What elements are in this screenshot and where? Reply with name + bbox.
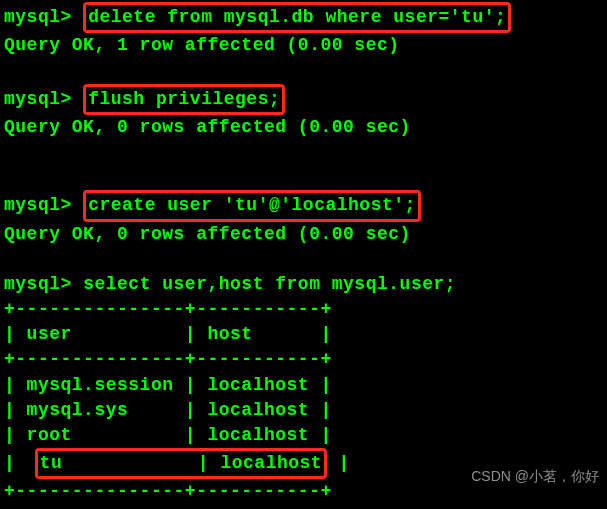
mysql-prompt: mysql> [4, 89, 83, 109]
table-row: | mysql.session | localhost | [4, 373, 603, 398]
sql-cmd-select: select user,host from mysql.user; [83, 274, 456, 294]
blank-line [4, 140, 603, 165]
terminal-line: mysql> delete from mysql.db where user='… [4, 2, 603, 33]
table-header: | user | host | [4, 322, 603, 347]
sql-cmd-delete: delete from mysql.db where user='tu'; [83, 2, 511, 33]
terminal-line: mysql> select user,host from mysql.user; [4, 272, 603, 297]
table-row: | root | localhost | [4, 423, 603, 448]
table-row-tu: tu | localhost [35, 448, 328, 479]
table-cell-trailing: | [327, 453, 350, 473]
query-result: 4 rows in set (0.00 sec) [4, 505, 603, 509]
table-cell-leading: | [4, 453, 27, 473]
query-result: Query OK, 0 rows affected (0.00 sec) [4, 115, 603, 140]
sql-cmd-create-user: create user 'tu'@'localhost'; [83, 190, 421, 221]
table-border: +---------------+-----------+ [4, 297, 603, 322]
query-result: Query OK, 0 rows affected (0.00 sec) [4, 222, 603, 247]
blank-line [4, 58, 603, 83]
csdn-watermark: CSDN @小茗，你好 [471, 467, 599, 487]
terminal-line: mysql> flush privileges; [4, 84, 603, 115]
terminal-line: mysql> create user 'tu'@'localhost'; [4, 190, 603, 221]
table-row: | mysql.sys | localhost | [4, 398, 603, 423]
mysql-prompt: mysql> [4, 7, 83, 27]
blank-line [4, 165, 603, 190]
mysql-prompt: mysql> [4, 274, 83, 294]
sql-cmd-flush: flush privileges; [83, 84, 285, 115]
blank-line [4, 247, 603, 272]
query-result: Query OK, 1 row affected (0.00 sec) [4, 33, 603, 58]
mysql-prompt: mysql> [4, 195, 83, 215]
table-border: +---------------+-----------+ [4, 347, 603, 372]
